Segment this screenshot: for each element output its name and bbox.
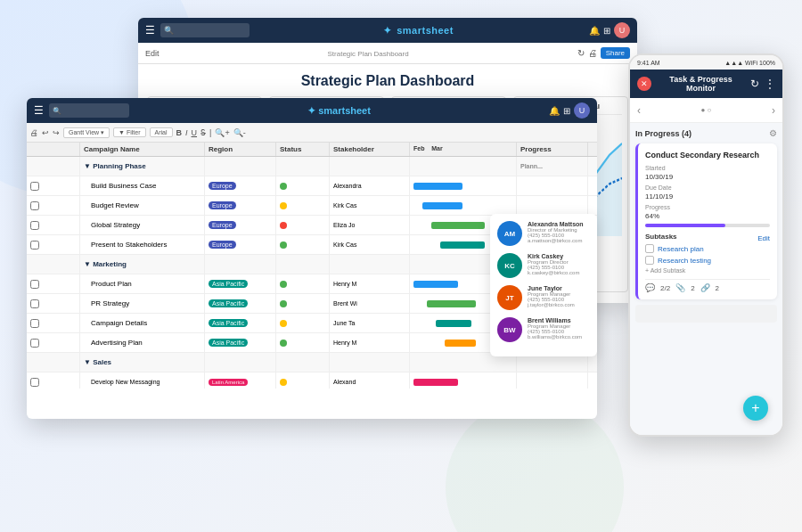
cell-name-gs: Global Strategy (80, 216, 205, 234)
apps-icon-grid[interactable]: ⊞ (563, 106, 570, 116)
mobile-close-btn[interactable]: ✕ (637, 77, 651, 91)
underline-btn[interactable]: U (192, 128, 198, 137)
grid-column-headers: Campaign Name Region Status Stakeholder … (27, 143, 597, 157)
cell-owner-pp: Henry M (330, 274, 410, 293)
zoom-in-btn[interactable]: 🔍+ (215, 128, 229, 137)
kanban-settings-icon[interactable]: ⚙ (769, 128, 777, 138)
bold-btn[interactable]: B (176, 128, 183, 137)
wifi-icon: WiFi (745, 60, 757, 66)
row-develop-messaging: Develop New Messaging Latin America Alex… (27, 372, 597, 389)
battery-icon: 100% (759, 60, 775, 66)
grid-icon[interactable]: ⊞ (603, 26, 610, 36)
task-progress-fill (645, 224, 725, 227)
nav-right-arrow[interactable]: › (772, 104, 775, 117)
task-started-label: Started (645, 165, 770, 171)
font-selector[interactable]: Arial (150, 127, 173, 137)
cell-name-prs: PR Strategy (80, 294, 205, 313)
avatar-alexandra: AM (497, 221, 522, 246)
cell-status-prs (276, 294, 330, 313)
cell-check[interactable] (27, 157, 80, 176)
print-icon[interactable]: 🖨 (588, 48, 597, 58)
col-header-gantt[interactable]: Feb Mar (410, 143, 517, 156)
cell-gantt-br (410, 196, 517, 215)
subtasks-title: Subtasks (645, 233, 677, 241)
member-name-brent: Brent Williams (528, 317, 590, 323)
cell-status-dm (276, 372, 330, 389)
add-subtask-btn[interactable]: + Add Subtask (645, 267, 770, 274)
cell-gantt-dm (410, 372, 517, 389)
dashboard-search-box[interactable]: 🔍 (160, 23, 250, 37)
hamburger-icon-grid[interactable]: ☰ (34, 104, 44, 117)
avatar-brent: BW (497, 317, 522, 342)
member-email-kirk: k.caskey@birkco.com (528, 270, 590, 275)
col-header-progress[interactable]: Progress (517, 143, 588, 156)
print-icon-grid[interactable]: 🖨 (30, 128, 38, 137)
cell-status-ap (276, 333, 330, 352)
subtask-checkbox-1[interactable] (645, 244, 654, 253)
gantt-bar-prs (427, 300, 476, 307)
search-icon: 🔍 (164, 26, 174, 35)
col-header-stakeholder[interactable]: Stakeholder (330, 143, 410, 156)
cell-gantt-bbc (410, 176, 517, 195)
refresh-icon[interactable]: ↻ (577, 48, 585, 58)
collapsed-card-1 (635, 305, 777, 323)
task-progress-label: Progress (645, 204, 770, 210)
italic-btn[interactable]: I (185, 128, 188, 137)
member-email-brent: b.williams@birkco.com (528, 334, 590, 340)
dashboard-toolbar: Edit Strategic Plan Dashboard ↻ 🖨 Share (138, 43, 637, 64)
col-header-name[interactable]: Campaign Name (80, 143, 205, 156)
attachments-icon: 📎 (675, 283, 685, 292)
cell-name-ap: Advertising Plan (80, 333, 205, 352)
undo-icon[interactable]: ↩ (42, 128, 49, 137)
cell-name-pp: Product Plan (80, 274, 205, 293)
grid-brand-icon: ✦ (307, 105, 315, 116)
cell-section-marketing: ▼ Marketing (80, 255, 205, 274)
cell-name-cd: Campaign Details (80, 314, 205, 332)
redo-icon[interactable]: ↪ (53, 128, 60, 137)
team-member-kirk: KC Kirk Caskey Program Director (425) 55… (497, 253, 590, 278)
user-avatar-grid[interactable]: U (574, 102, 590, 119)
links-count: 2 (716, 284, 719, 292)
subtask-checkbox-2[interactable] (645, 256, 654, 265)
share-button[interactable]: Share (601, 47, 630, 59)
col-header-status[interactable]: Status (276, 143, 330, 156)
subtask-link-1[interactable]: Research plan (658, 245, 704, 253)
member-name-alexandra: Alexandra Mattson (528, 221, 590, 227)
task-footer: 💬 2/2 📎 2 🔗 2 (645, 279, 770, 292)
edit-label[interactable]: Edit (145, 49, 160, 58)
team-member-alexandra: AM Alexandra Mattson Director of Marketi… (497, 221, 590, 246)
notif-icon[interactable]: 🔔 (589, 26, 600, 36)
subtask-link-2[interactable]: Research testing (658, 257, 711, 265)
strikethrough-btn[interactable]: S̶ (200, 128, 206, 137)
gantt-bar-br (422, 202, 462, 209)
col-header-region[interactable]: Region (205, 143, 276, 156)
member-info-brent: Brent Williams Program Manager (425) 555… (528, 317, 590, 340)
cell-status-ps (276, 235, 330, 254)
mobile-header-title: Task & Progress Monitor (657, 75, 745, 93)
user-avatar[interactable]: U (614, 22, 630, 38)
grid-toolbar: 🖨 ↩ ↪ Gantt View ▾ ▼ Filter Arial B I U … (27, 123, 597, 143)
section-planning-label: ▼ Planning Phase (84, 162, 146, 170)
edit-subtasks-btn[interactable]: Edit (757, 234, 770, 242)
cell-owner-ap: Henry M (330, 333, 410, 352)
fab-add-btn[interactable]: + (743, 396, 768, 421)
gantt-bar-gs (431, 222, 485, 229)
mobile-menu-icon[interactable]: ⋮ (765, 78, 775, 90)
cell-owner-br: Kirk Cas (330, 196, 410, 215)
cell-owner-prs: Brent Wi (330, 294, 410, 313)
mobile-refresh-icon[interactable]: ↻ (750, 78, 759, 90)
subtask-research-plan: Research plan (645, 244, 770, 253)
filter-btn[interactable]: ▼ Filter (113, 127, 145, 137)
gantt-bar-pp (413, 281, 458, 288)
hamburger-icon[interactable]: ☰ (145, 24, 155, 37)
grid-search-box[interactable]: 🔍 (49, 103, 129, 118)
task-card: Conduct Secondary Research Started 10/30… (635, 143, 777, 299)
notif-icon-grid[interactable]: 🔔 (549, 106, 560, 116)
gantt-view-btn[interactable]: Gantt View ▾ (63, 127, 110, 138)
zoom-out-btn[interactable]: 🔍- (233, 128, 246, 137)
nav-left-arrow[interactable]: ‹ (637, 104, 641, 117)
kanban-column-title: In Progress (4) (635, 129, 692, 138)
row-build-business-case: Build Business Case Europe Alexandra (27, 176, 597, 196)
cell-owner-cd: June Ta (330, 314, 410, 332)
cell-name-br: Budget Review (80, 196, 205, 215)
